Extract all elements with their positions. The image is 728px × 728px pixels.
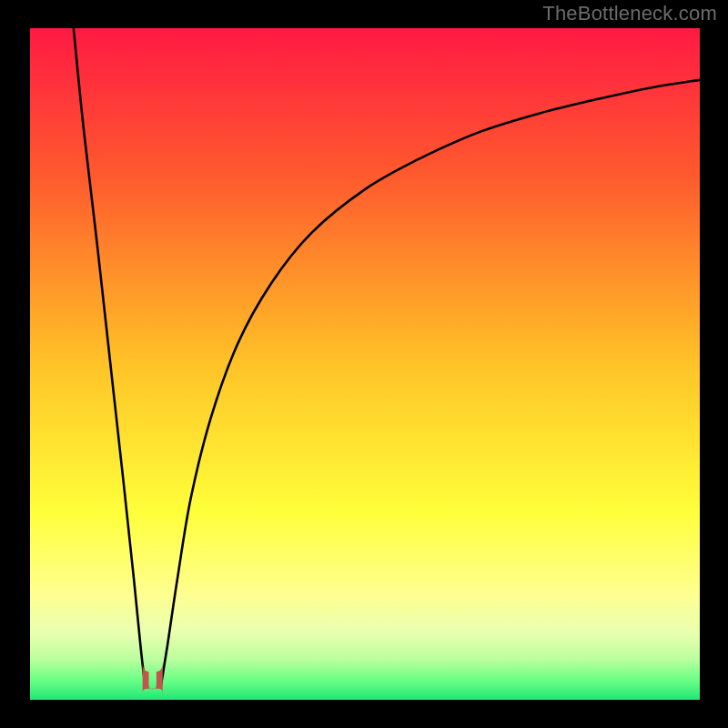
plot-area [30, 28, 700, 700]
gradient-background [30, 28, 700, 700]
chart-svg [30, 28, 700, 700]
watermark-text: TheBottleneck.com [542, 2, 717, 25]
chart-frame: TheBottleneck.com [0, 0, 728, 728]
